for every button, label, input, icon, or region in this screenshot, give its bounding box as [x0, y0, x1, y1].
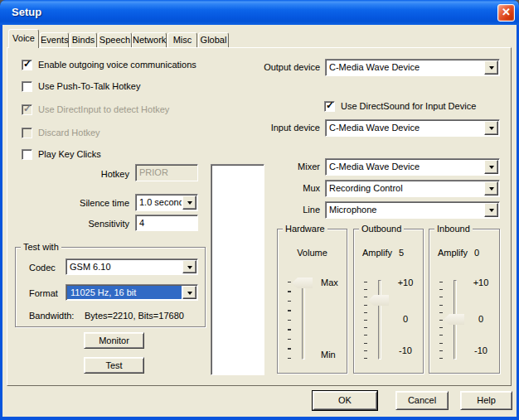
tab-network[interactable]: Network	[132, 32, 167, 47]
tab-speech[interactable]: Speech	[98, 32, 132, 47]
sensitivity-input[interactable]: 4	[135, 215, 198, 231]
outbound-scale-mid: 0	[394, 314, 417, 324]
chevron-down-icon[interactable]	[484, 181, 498, 196]
volume-label: Volume	[278, 248, 347, 258]
checkbox-label: Use DirectSound for Input Device	[341, 101, 476, 111]
slider-ticks	[288, 282, 291, 359]
checkbox-box[interactable]: ✓	[22, 60, 32, 70]
hardware-title: Hardware	[283, 224, 327, 234]
checkbox-box[interactable]	[22, 149, 32, 160]
mux-select[interactable]: Recording Control	[325, 180, 500, 197]
inbound-title: Inbound	[434, 224, 473, 234]
check-icon: ✓	[23, 103, 32, 114]
codec-label: Codec	[29, 263, 56, 273]
inbound-slider-thumb[interactable]	[444, 314, 464, 325]
help-button[interactable]: Help	[460, 391, 512, 410]
silence-time-label: Silence time	[46, 198, 129, 208]
outbound-slider-thumb[interactable]	[368, 295, 389, 306]
slider-ticks	[364, 282, 367, 359]
ok-button[interactable]: OK	[313, 391, 377, 410]
chevron-down-icon[interactable]	[484, 121, 498, 135]
checkbox-label: Discard Hotkey	[38, 128, 100, 138]
checkbox-box	[22, 128, 32, 138]
input-device-select[interactable]: C-Media Wave Device	[325, 119, 500, 137]
format-label: Format	[29, 288, 58, 298]
format-select[interactable]: 11025 Hz, 16 bit	[65, 284, 198, 301]
outbound-amplify-label: Amplify	[362, 248, 392, 258]
line-value: Microphone	[326, 202, 483, 218]
outbound-scale-bottom: -10	[394, 345, 417, 355]
dialog-client-area: Voice Events Binds Speech Network Misc G…	[2, 25, 517, 417]
window-title: Setup	[12, 0, 41, 24]
volume-slider-track[interactable]	[302, 280, 305, 360]
tab-binds[interactable]: Binds	[70, 32, 97, 47]
outbound-scale-top: +10	[394, 278, 417, 287]
test-with-group: Test with Codec GSM 6.10 Format 11025 Hz…	[15, 247, 206, 327]
chevron-down-icon[interactable]	[484, 203, 498, 217]
tab-global[interactable]: Global	[198, 32, 229, 47]
mux-value: Recording Control	[326, 181, 483, 196]
output-device-value: C-Media Wave Device	[326, 60, 483, 75]
mixer-select[interactable]: C-Media Wave Device	[325, 158, 500, 176]
checkbox-label: Use Push-To-Talk Hotkey	[38, 81, 141, 91]
output-device-label: Output device	[237, 62, 320, 72]
volume-max-label: Max	[321, 278, 338, 287]
chevron-down-icon[interactable]	[484, 60, 498, 75]
bandwidth-value: Bytes=2210, Bits=17680	[85, 311, 184, 321]
test-button[interactable]: Test	[84, 357, 144, 374]
mux-label: Mux	[237, 183, 320, 193]
test-with-title: Test with	[21, 242, 61, 253]
tab-events[interactable]: Events	[40, 32, 69, 47]
setup-dialog: Setup ✕ Voice Events Binds Speech Networ…	[0, 0, 519, 420]
mixer-label: Mixer	[237, 162, 320, 171]
voice-tab-panel: ✓ Enable outgoing voice communications U…	[7, 47, 512, 386]
checkbox-play-key-clicks[interactable]: Play Key Clicks	[22, 148, 101, 160]
cancel-button[interactable]: Cancel	[395, 391, 449, 410]
input-device-label: Input device	[237, 123, 320, 133]
chevron-down-icon[interactable]	[182, 196, 196, 210]
checkbox-enable-voice[interactable]: ✓ Enable outgoing voice communications	[22, 59, 196, 70]
output-device-select[interactable]: C-Media Wave Device	[325, 59, 500, 76]
tab-misc[interactable]: Misc	[167, 32, 197, 47]
input-device-value: C-Media Wave Device	[326, 120, 483, 136]
codec-select[interactable]: GSM 6.10	[65, 258, 198, 275]
bandwidth-label: Bandwidth:	[29, 311, 74, 321]
hotkey-field: PRIOR	[135, 164, 198, 181]
sensitivity-label: Sensitivity	[46, 219, 129, 229]
chevron-down-icon[interactable]	[182, 260, 196, 273]
outbound-group: Outbound Amplify 5 +10 0 -10	[353, 229, 424, 374]
checkbox-directinput: ✓ Use DirectInput to detect Hotkey	[22, 104, 169, 115]
outbound-slider-track[interactable]	[378, 280, 381, 360]
mixer-value: C-Media Wave Device	[326, 159, 483, 175]
close-icon[interactable]: ✕	[497, 4, 515, 22]
check-icon: ✓	[326, 99, 334, 111]
title-bar[interactable]: Setup ✕	[0, 0, 519, 25]
hardware-group: Hardware Volume Max Min	[277, 229, 347, 374]
silence-time-value: 1.0 seconds	[136, 195, 182, 210]
line-select[interactable]: Microphone	[325, 201, 500, 219]
checkbox-discard-hotkey: Discard Hotkey	[22, 127, 100, 138]
line-label: Line	[237, 205, 320, 215]
checkbox-label: Use DirectInput to detect Hotkey	[38, 104, 169, 114]
checkbox-box[interactable]	[22, 81, 32, 92]
volume-min-label: Min	[321, 350, 336, 360]
monitor-button[interactable]: Monitor	[84, 332, 144, 349]
tab-voice[interactable]: Voice	[8, 29, 39, 48]
inbound-amplify-label: Amplify	[438, 248, 468, 258]
silence-time-select[interactable]: 1.0 seconds	[135, 194, 198, 211]
inbound-group: Inbound Amplify 0 +10 0 -10	[429, 229, 500, 374]
checkbox-box[interactable]: ✓	[324, 101, 335, 112]
checkbox-push-to-talk[interactable]: Use Push-To-Talk Hotkey	[22, 80, 141, 92]
volume-slider-thumb[interactable]	[292, 278, 313, 288]
hotkey-label: Hotkey	[46, 169, 129, 179]
voice-level-listbox[interactable]	[211, 164, 264, 375]
chevron-down-icon[interactable]	[182, 286, 196, 299]
check-icon: ✓	[23, 58, 32, 70]
checkbox-directsound[interactable]: ✓ Use DirectSound for Input Device	[324, 100, 476, 112]
chevron-down-icon[interactable]	[484, 160, 498, 174]
checkbox-box: ✓	[22, 104, 32, 115]
checkbox-label: Enable outgoing voice communications	[38, 60, 196, 70]
inbound-amplify-value: 0	[474, 248, 479, 258]
outbound-title: Outbound	[359, 224, 404, 234]
inbound-scale-mid: 0	[469, 314, 492, 324]
